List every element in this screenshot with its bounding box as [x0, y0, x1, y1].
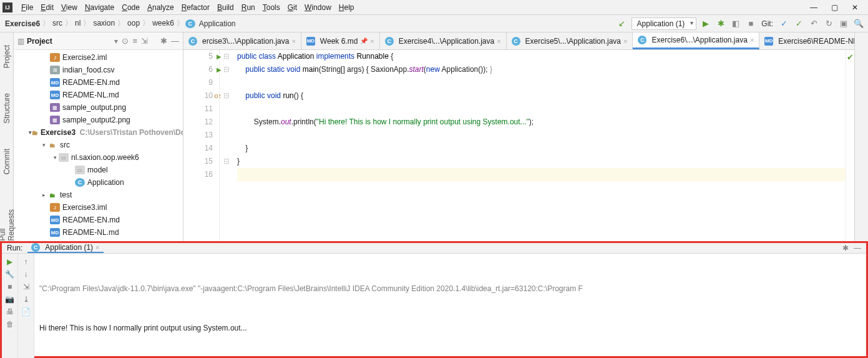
settings-icon[interactable]: ✱	[160, 36, 167, 46]
edit-config-icon[interactable]: 🔧	[5, 270, 14, 279]
git-history-icon[interactable]: ↶	[808, 18, 819, 29]
menu-navigate[interactable]: Navigate	[81, 2, 118, 13]
scroll-end-icon[interactable]: ⤓	[23, 295, 29, 304]
commit-toolwindow-tab[interactable]: Commit	[2, 149, 11, 174]
menu-build[interactable]: Build	[213, 2, 238, 13]
breadcrumb-leaf[interactable]: Application	[198, 19, 237, 28]
menu-git[interactable]: Git	[284, 2, 301, 13]
editor-tab[interactable]: CExercise6\...\Application.java×	[633, 32, 759, 49]
run-tab[interactable]: C Application (1) ×	[27, 243, 103, 253]
coverage-button[interactable]: ◧	[730, 18, 741, 29]
tree-node[interactable]: ▾🖿Exercise3 C:\Users\Tristan Pothoven\Do…	[14, 126, 183, 139]
tree-node[interactable]: JExercise2.iml	[14, 51, 183, 64]
rerun-button[interactable]: ▶	[7, 257, 12, 266]
run-toolwindow: Run: C Application (1) × ✱ — ▶ 🔧 ■ 📷 🖶 🗑…	[0, 241, 868, 358]
project-view-icon[interactable]: ▥	[17, 37, 24, 46]
tree-node[interactable]: ▭model	[14, 164, 183, 176]
tree-node[interactable]: ▸🖿test	[14, 189, 183, 201]
minimize-button[interactable]: —	[810, 3, 817, 12]
code-editor[interactable]: 5▶6▶910o↑111213141516 ⊟⊟⊟⊟ public class …	[183, 50, 854, 241]
expand-all-icon[interactable]: ≡	[132, 36, 137, 46]
breadcrumb-segment[interactable]: oop	[126, 19, 141, 27]
close-tab-icon[interactable]: ×	[623, 37, 627, 45]
down-stack-icon[interactable]: ↓	[24, 270, 28, 279]
console-output[interactable]: "C:\Program Files\Java\jdk-11.0.7\bin\ja…	[34, 254, 866, 358]
git-commit-icon[interactable]: ✓	[793, 18, 804, 29]
tree-node[interactable]: ⊞indian_food.csv	[14, 64, 183, 76]
git-revert-icon[interactable]: ↻	[823, 18, 834, 29]
menu-run[interactable]: Run	[238, 2, 259, 13]
project-tree[interactable]: JExercise2.iml⊞indian_food.csvMDREADME-E…	[14, 50, 183, 241]
run-button[interactable]: ▶	[700, 18, 711, 29]
close-tab-icon[interactable]: ×	[750, 36, 754, 44]
stop-button[interactable]: ■	[745, 18, 756, 29]
breadcrumb-segment[interactable]: saxion	[92, 19, 116, 27]
tree-node[interactable]: MDREADME-EN.md	[14, 76, 183, 89]
pull-requests-toolwindow-tab[interactable]: Pull Requests	[0, 199, 16, 241]
menu-code[interactable]: Code	[118, 2, 144, 13]
override-gutter-icon[interactable]: o↑	[214, 89, 222, 102]
menu-tools[interactable]: Tools	[259, 2, 284, 13]
tree-node[interactable]: JExercise3.iml	[14, 201, 183, 214]
menu-view[interactable]: View	[57, 2, 81, 13]
cls-icon: C	[188, 37, 197, 46]
run-gutter-icon[interactable]: ▶	[217, 50, 222, 63]
editor-tab[interactable]: CExercise5\...\Application.java×	[507, 32, 633, 49]
hide-run-panel-icon[interactable]: —	[854, 244, 861, 252]
close-button[interactable]: ✕	[852, 3, 858, 12]
menu-analyze[interactable]: Analyze	[144, 2, 178, 13]
menu-window[interactable]: Window	[301, 2, 335, 13]
editor-tab[interactable]: MDExercise6\README-NL.md×	[759, 32, 854, 49]
editor-tabs: Cercise3\...\Application.java×MDWeek 6.m…	[183, 32, 854, 50]
menu-file[interactable]: File	[17, 2, 37, 13]
tree-node[interactable]: CApplication	[14, 176, 183, 189]
menu-help[interactable]: Help	[335, 2, 358, 13]
delete-icon[interactable]: 🗑	[6, 320, 14, 329]
dump-threads-icon[interactable]: 📷	[5, 295, 14, 304]
breadcrumb-segment[interactable]: week6	[151, 19, 175, 27]
menu-refactor[interactable]: Refactor	[178, 2, 213, 13]
breadcrumb-segment[interactable]: src	[51, 19, 64, 27]
print-icon[interactable]: 📄	[21, 307, 31, 316]
menu-edit[interactable]: Edit	[37, 2, 57, 13]
close-tab-icon[interactable]: ×	[370, 37, 374, 45]
tree-node[interactable]: ▩sample_output2.png	[14, 114, 183, 126]
tree-node[interactable]: ▾🖿src	[14, 139, 183, 151]
run-settings-icon[interactable]: ✱	[842, 244, 849, 252]
error-stripe[interactable]: ✔	[846, 50, 854, 241]
editor-tab[interactable]: CExercise4\...\Application.java×	[380, 32, 507, 49]
right-toolwindow-bar	[854, 32, 868, 241]
structure-toolwindow-tab[interactable]: Structure	[2, 93, 11, 124]
search-icon[interactable]: 🔍	[853, 18, 864, 29]
project-toolwindow-tab[interactable]: Project	[2, 45, 11, 68]
close-tab-icon[interactable]: ×	[497, 37, 500, 45]
git-update-icon[interactable]: ✓	[778, 18, 789, 29]
run-gutter-icon[interactable]: ▶	[217, 63, 222, 76]
run-config-selector[interactable]: Application (1)	[631, 17, 697, 30]
pkg-icon: ▭	[75, 166, 85, 174]
tree-node[interactable]: ▩sample_output.png	[14, 101, 183, 114]
close-icon[interactable]: ×	[95, 244, 99, 251]
pin-icon[interactable]: 📌	[360, 37, 368, 44]
stop-run-button[interactable]: ■	[7, 282, 12, 291]
hide-panel-icon[interactable]: —	[171, 36, 179, 46]
soft-wrap-icon[interactable]: ⇲	[23, 282, 29, 291]
build-icon[interactable]: ↙	[617, 18, 628, 29]
cls-icon: C	[638, 36, 646, 44]
collapse-all-icon[interactable]: ⇲	[141, 36, 148, 46]
ide-update-icon[interactable]: ▣	[838, 18, 849, 29]
tree-node[interactable]: MDREADME-EN.md	[14, 214, 183, 226]
exit-icon[interactable]: 🖶	[6, 307, 14, 316]
close-tab-icon[interactable]: ×	[291, 37, 295, 45]
editor-tab[interactable]: Cercise3\...\Application.java×	[183, 32, 301, 49]
tree-node[interactable]: MDREADME-NL.md	[14, 89, 183, 101]
breadcrumb-root[interactable]: Exercise6	[4, 19, 41, 28]
maximize-button[interactable]: ▢	[831, 3, 838, 12]
locate-file-icon[interactable]: ⊙	[122, 36, 129, 46]
breadcrumb-segment[interactable]: nl	[74, 19, 82, 27]
up-stack-icon[interactable]: ↑	[24, 257, 28, 266]
tree-node[interactable]: ▾▭nl.saxion.oop.week6	[14, 151, 183, 164]
tree-node[interactable]: MDREADME-NL.md	[14, 226, 183, 239]
editor-tab[interactable]: MDWeek 6.md📌×	[301, 32, 380, 49]
debug-button[interactable]: ✱	[715, 18, 726, 29]
